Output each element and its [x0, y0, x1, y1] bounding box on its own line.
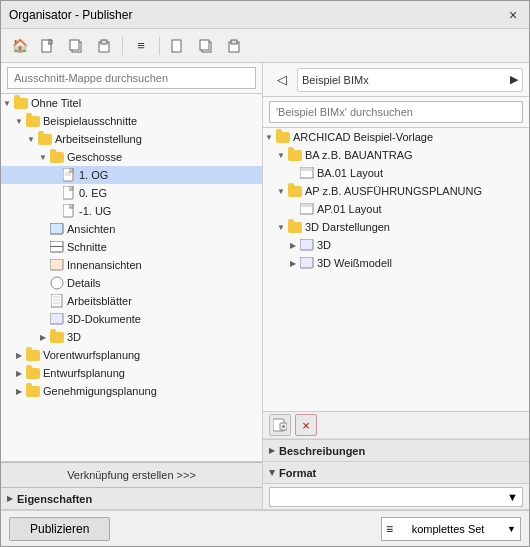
- tree-item-3d[interactable]: ▶ 3D: [1, 328, 262, 346]
- svg-rect-28: [301, 204, 312, 207]
- tree-item-arbeitsblatter[interactable]: ▶ Arbeitsblätter: [1, 292, 262, 310]
- main-window: Organisator - Publisher × 🏠 ≡: [0, 0, 530, 547]
- svg-rect-7: [200, 40, 209, 50]
- expand-arrow: ▶: [13, 369, 25, 378]
- tree-item-genehmigungsplanung[interactable]: ▶ Genehmigungsplanung: [1, 382, 262, 400]
- tree-item-entwurfsplanung[interactable]: ▶ Entwurfsplanung: [1, 364, 262, 382]
- tree-label: Innenansichten: [67, 259, 142, 271]
- set-selector[interactable]: Beispiel BIMx ▶: [297, 68, 523, 92]
- dropdown-arrow: ▼: [507, 524, 516, 534]
- tree-item-innenansichten[interactable]: ▶ Innenansichten: [1, 256, 262, 274]
- right-search: [263, 97, 529, 128]
- titlebar: Organisator - Publisher ×: [1, 1, 529, 29]
- svg-rect-26: [301, 168, 312, 171]
- tree-item-ohne-titel[interactable]: ▼ Ohne Titel: [1, 94, 262, 112]
- left-search-input[interactable]: [7, 67, 256, 89]
- tree-label: 3D: [67, 331, 81, 343]
- tree-label: 3D Darstellungen: [305, 221, 390, 233]
- tree-item-archicad[interactable]: ▼ ARCHICAD Beispiel-Vorlage: [263, 128, 529, 146]
- separator: [122, 37, 123, 55]
- right-sections: ▶ Beschreibungen ▶ Format ▼: [263, 439, 529, 510]
- tree-item--1ug[interactable]: ▶ -1. UG: [1, 202, 262, 220]
- svg-point-19: [51, 277, 63, 289]
- tree-item-1og[interactable]: ▶ 1. OG: [1, 166, 262, 184]
- tree-label: Schnitte: [67, 241, 107, 253]
- 3ddoc-icon: [49, 312, 65, 326]
- right-search-input[interactable]: [269, 101, 523, 123]
- folder-icon: [287, 220, 303, 234]
- menu-button[interactable]: ≡: [128, 34, 154, 58]
- tree-item-geschosse[interactable]: ▼ Geschosse: [1, 148, 262, 166]
- window-title: Organisator - Publisher: [9, 8, 132, 22]
- expand-arrow: ▼: [275, 223, 287, 232]
- tree-item-3ddokumente[interactable]: ▶ 3D-Dokumente: [1, 310, 262, 328]
- tree-label: Arbeitseinstellung: [55, 133, 142, 145]
- tree-item-vorentwurfsplanung[interactable]: ▶ Vorentwurfsplanung: [1, 346, 262, 364]
- set-icon: ≡: [386, 522, 393, 536]
- left-bottom: Verknüpfung erstellen >>> ▶ Eigenschafte…: [1, 461, 262, 510]
- dropdown-arrow: ▶: [510, 73, 518, 86]
- tree-label: Ohne Titel: [31, 97, 81, 109]
- tree-label: ARCHICAD Beispiel-Vorlage: [293, 131, 433, 143]
- home-button[interactable]: 🏠: [7, 34, 33, 58]
- format-dropdown[interactable]: ▼: [269, 487, 523, 507]
- add-button[interactable]: [269, 414, 291, 436]
- tree-item-details[interactable]: ▶ Details: [1, 274, 262, 292]
- worksheet-icon: [49, 294, 65, 308]
- back-button[interactable]: ◁: [269, 68, 295, 92]
- tree-item-ba01[interactable]: ▶ BA.01 Layout: [263, 164, 529, 182]
- copy-button2[interactable]: [193, 34, 219, 58]
- doc-button2[interactable]: [165, 34, 191, 58]
- tree-item-schnitte[interactable]: ▶ Schnitte: [1, 238, 262, 256]
- paste-button2[interactable]: [221, 34, 247, 58]
- tree-label: Details: [67, 277, 101, 289]
- link-button[interactable]: Verknüpfung erstellen >>>: [1, 462, 262, 488]
- tree-label: -1. UG: [79, 205, 111, 217]
- layout-icon: [299, 202, 315, 216]
- expand-arrow: ▶: [37, 333, 49, 342]
- svg-rect-30: [300, 257, 313, 268]
- set-dropdown[interactable]: ≡ komplettes Set ▼: [381, 517, 521, 541]
- main-content: ▼ Ohne Titel ▼ Beispielausschnitte: [1, 63, 529, 510]
- close-button[interactable]: ×: [505, 7, 521, 23]
- folder-icon: [25, 384, 41, 398]
- delete-button[interactable]: ×: [295, 414, 317, 436]
- tree-item-3d-weiss[interactable]: ▶ 3D Weißmodell: [263, 254, 529, 272]
- main-toolbar: 🏠 ≡: [1, 29, 529, 63]
- tree-label: 3D-Dokumente: [67, 313, 141, 325]
- tree-label: BA z.B. BAUANTRAG: [305, 149, 413, 161]
- folder-icon: [287, 184, 303, 198]
- doc-icon: [61, 204, 77, 218]
- svg-rect-4: [101, 40, 107, 44]
- tree-label: Arbeitsblätter: [67, 295, 132, 307]
- expand-arrow: ▼: [1, 99, 13, 108]
- expand-arrow: ▼: [263, 133, 275, 142]
- folder-icon: [25, 348, 41, 362]
- paste-button[interactable]: [91, 34, 117, 58]
- set-name: Beispiel BIMx: [302, 74, 369, 86]
- folder-icon: [25, 114, 41, 128]
- left-search-bar: [1, 63, 262, 94]
- left-panel: ▼ Ohne Titel ▼ Beispielausschnitte: [1, 63, 263, 510]
- right-toolbar: ◁ Beispiel BIMx ▶: [263, 63, 529, 97]
- tree-item-arbeitseinstellung[interactable]: ▼ Arbeitseinstellung: [1, 130, 262, 148]
- tree-item-0eg[interactable]: ▶ 0. EG: [1, 184, 262, 202]
- expand-arrow: ▶: [287, 259, 299, 268]
- tree-item-ausfuhrung[interactable]: ▼ AP z.B. AUSFÜHRUNGSPLANUNG: [263, 182, 529, 200]
- beschreibungen-section[interactable]: ▶ Beschreibungen: [263, 440, 529, 462]
- tree-item-3d-r[interactable]: ▶ 3D: [263, 236, 529, 254]
- tree-item-bauantrag[interactable]: ▼ BA z.B. BAUANTRAG: [263, 146, 529, 164]
- format-section[interactable]: ▶ Format: [263, 462, 529, 484]
- tree-label: Vorentwurfsplanung: [43, 349, 140, 361]
- tree-item-3ddarstellungen[interactable]: ▼ 3D Darstellungen: [263, 218, 529, 236]
- eigenschaften-section[interactable]: ▶ Eigenschaften: [1, 488, 262, 510]
- tree-label: Beispielausschnitte: [43, 115, 137, 127]
- tree-item-ansichten[interactable]: ▶ Ansichten: [1, 220, 262, 238]
- tree-item-ap01[interactable]: ▶ AP.01 Layout: [263, 200, 529, 218]
- tree-label: 3D: [317, 239, 331, 251]
- tree-item-beispielausschnitte[interactable]: ▼ Beispielausschnitte: [1, 112, 262, 130]
- svg-rect-5: [172, 40, 181, 52]
- publish-button[interactable]: Publizieren: [9, 517, 110, 541]
- copy-button[interactable]: [63, 34, 89, 58]
- new-button[interactable]: [35, 34, 61, 58]
